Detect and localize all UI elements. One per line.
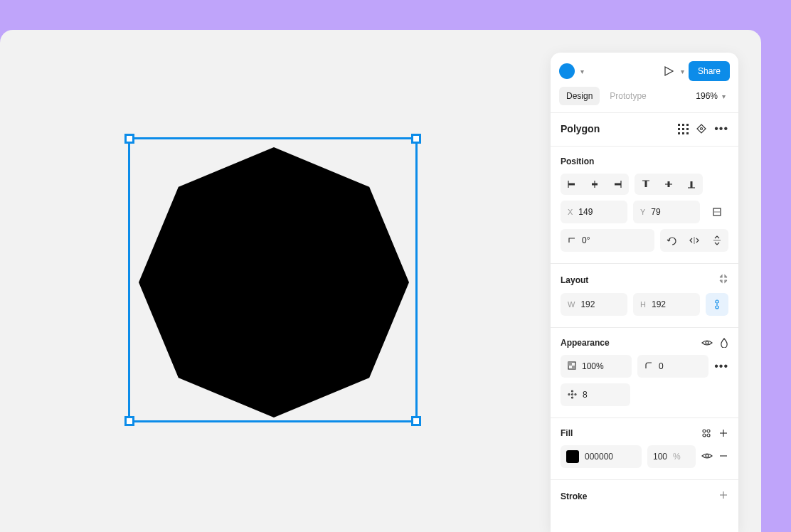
align-center-v-button[interactable] xyxy=(657,174,680,195)
y-value: 79 xyxy=(651,207,660,217)
blend-drop-icon[interactable] xyxy=(720,338,728,348)
align-center-h-button[interactable] xyxy=(583,174,606,195)
svg-rect-4 xyxy=(686,124,689,126)
y-position-field[interactable]: Y 79 xyxy=(633,201,700,223)
fill-title: Fill xyxy=(561,428,573,438)
style-library-icon[interactable] xyxy=(701,428,711,438)
y-label: Y xyxy=(640,208,645,216)
stroke-title: Stroke xyxy=(561,491,587,501)
svg-point-35 xyxy=(575,393,576,395)
zoom-value: 196% xyxy=(696,91,718,101)
selection-handle-top-left[interactable] xyxy=(124,134,134,144)
section-layout: Layout W 192 H 192 xyxy=(551,263,738,327)
fill-hex-value: 000000 xyxy=(585,452,613,462)
selection-handle-top-right[interactable] xyxy=(411,134,421,144)
section-stroke: Stroke xyxy=(551,479,738,514)
svg-point-36 xyxy=(572,390,573,392)
zoom-dropdown[interactable]: 196% ▾ xyxy=(691,88,730,104)
flip-horizontal-button[interactable] xyxy=(683,229,706,252)
svg-rect-8 xyxy=(678,132,680,134)
fill-visibility-icon[interactable] xyxy=(701,452,713,462)
present-menu-chevron-icon[interactable]: ▾ xyxy=(681,68,684,75)
x-value: 149 xyxy=(578,207,593,217)
svg-rect-10 xyxy=(686,132,689,134)
polygon-sides-icon xyxy=(568,390,577,400)
svg-point-41 xyxy=(703,434,706,437)
align-left-button[interactable] xyxy=(561,174,583,195)
selection-handle-bottom-right[interactable] xyxy=(411,416,421,426)
share-button[interactable]: Share xyxy=(689,61,730,81)
w-label: W xyxy=(568,300,575,309)
fill-opacity-field[interactable]: 100 % xyxy=(647,445,696,468)
add-fill-icon[interactable] xyxy=(718,428,728,438)
flip-group xyxy=(660,229,728,252)
h-value: 192 xyxy=(652,299,666,309)
x-position-field[interactable]: X 149 xyxy=(561,201,627,223)
polygon-sides-value: 8 xyxy=(583,390,588,400)
component-grid-icon[interactable] xyxy=(678,124,689,134)
align-horizontal-group xyxy=(561,174,629,195)
svg-point-12 xyxy=(701,128,703,130)
remove-fill-icon[interactable] xyxy=(718,451,728,463)
height-field[interactable]: H 192 xyxy=(633,293,700,316)
align-top-button[interactable] xyxy=(635,174,657,195)
section-layer: Polygon ••• xyxy=(551,112,738,146)
fill-color-swatch[interactable] xyxy=(566,450,579,463)
rotation-icon xyxy=(568,235,576,245)
tab-design[interactable]: Design xyxy=(559,87,600,105)
layout-title: Layout xyxy=(561,275,588,285)
align-bottom-button[interactable] xyxy=(680,174,703,195)
properties-panel: ▾ ▾ Share Design Prototype 196% ▾ Polygo… xyxy=(551,53,738,532)
align-right-button[interactable] xyxy=(606,174,629,195)
constrain-proportions-button[interactable] xyxy=(706,293,728,316)
svg-point-45 xyxy=(706,454,708,457)
appearance-more-icon[interactable]: ••• xyxy=(714,361,728,372)
svg-point-42 xyxy=(707,434,710,437)
user-avatar[interactable] xyxy=(559,63,575,79)
svg-marker-1 xyxy=(665,67,673,75)
layer-name[interactable]: Polygon xyxy=(561,123,600,134)
svg-rect-6 xyxy=(682,128,684,130)
svg-rect-7 xyxy=(686,128,689,130)
svg-point-38 xyxy=(572,393,573,395)
more-options-icon[interactable]: ••• xyxy=(714,123,728,134)
selection-handle-bottom-left[interactable] xyxy=(124,416,134,426)
visibility-eye-icon[interactable] xyxy=(701,339,713,347)
section-position: Position X 149 xyxy=(551,146,738,263)
absolute-position-icon[interactable] xyxy=(706,201,728,223)
svg-rect-3 xyxy=(682,124,684,126)
variant-diamond-icon[interactable] xyxy=(696,123,707,134)
w-value: 192 xyxy=(580,299,595,309)
avatar-menu-chevron-icon[interactable]: ▾ xyxy=(580,68,584,75)
add-stroke-icon[interactable] xyxy=(718,490,728,502)
fill-color-field[interactable]: 000000 xyxy=(561,445,642,468)
rotation-field[interactable]: 0° xyxy=(561,229,654,252)
opacity-field[interactable]: 100% xyxy=(561,355,632,378)
panel-tabs: Design Prototype 196% ▾ xyxy=(551,87,738,112)
corner-radius-value: 0 xyxy=(659,361,664,371)
x-label: X xyxy=(568,208,573,216)
section-fill: Fill 000000 100 % xyxy=(551,417,738,479)
rotate-90-button[interactable] xyxy=(660,229,683,252)
svg-point-30 xyxy=(706,341,708,344)
present-button[interactable] xyxy=(662,65,675,78)
tab-prototype[interactable]: Prototype xyxy=(602,87,653,105)
selection-bounds[interactable] xyxy=(128,137,418,422)
app-frame: ▾ ▾ Share Design Prototype 196% ▾ Polygo… xyxy=(0,30,761,532)
svg-rect-9 xyxy=(682,132,684,134)
polygon-sides-field[interactable]: 8 xyxy=(561,383,630,406)
svg-point-37 xyxy=(572,397,573,398)
svg-rect-32 xyxy=(568,362,572,366)
appearance-title: Appearance xyxy=(561,338,610,348)
corner-radius-field[interactable]: 0 xyxy=(637,355,708,378)
flip-vertical-button[interactable] xyxy=(706,229,728,252)
opacity-icon xyxy=(568,361,576,371)
svg-point-34 xyxy=(568,393,570,395)
section-appearance: Appearance 100% 0 ••• xyxy=(551,327,738,417)
svg-rect-2 xyxy=(678,124,680,126)
collapse-icon[interactable] xyxy=(718,274,728,286)
chevron-down-icon: ▾ xyxy=(722,92,726,100)
svg-marker-11 xyxy=(697,124,706,133)
corner-radius-icon xyxy=(644,361,653,371)
width-field[interactable]: W 192 xyxy=(561,293,627,316)
